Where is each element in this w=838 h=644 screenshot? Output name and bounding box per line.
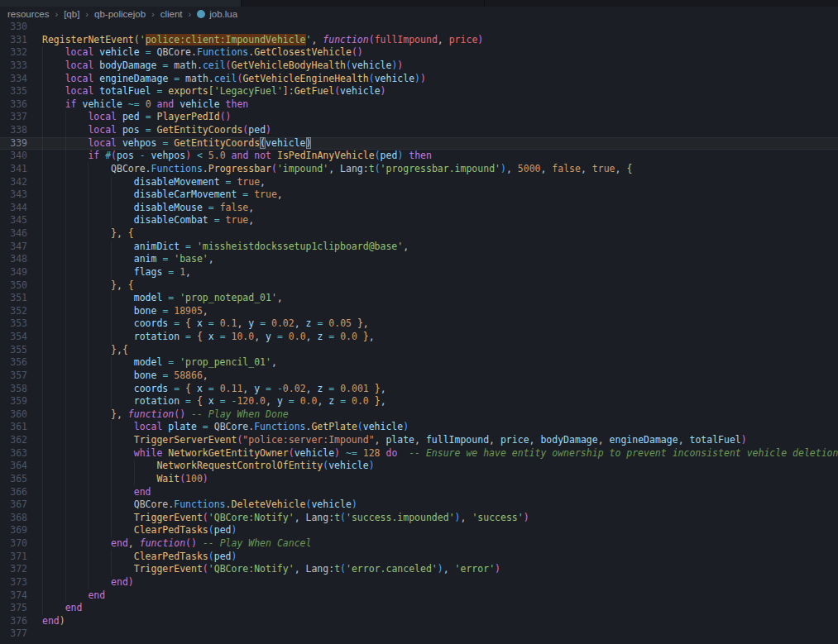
code-text: },{ <box>42 344 128 357</box>
code-line-331[interactable]: 331RegisterNetEvent('police:client:Impou… <box>0 34 838 47</box>
code-token: x <box>197 317 203 329</box>
code-token: Lang <box>306 563 329 575</box>
indent-guide <box>65 473 89 486</box>
code-text: rotation = { x = 10.0, y = 0.0, z = 0.0 … <box>42 331 375 344</box>
code-line-335[interactable]: 335local totalFuel = exports['LegacyFuel… <box>0 85 838 98</box>
code-line-338[interactable]: 338local pos = GetEntityCoords(ped) <box>0 124 838 137</box>
code-line-368[interactable]: 368TriggerEvent('QBCore:Notify', Lang:t(… <box>0 512 838 525</box>
code-token: ) <box>231 524 237 536</box>
code-line-337[interactable]: 337local ped = PlayerPedId() <box>0 111 838 124</box>
code-token: , <box>581 163 592 174</box>
code-line-345[interactable]: 345disableCombat = true, <box>0 214 838 227</box>
code-line-363[interactable]: 363while NetworkGetEntityOwner(vehicle) … <box>0 447 838 460</box>
code-line-339[interactable]: 339local vehpos = GetEntityCoords(vehicl… <box>0 137 838 150</box>
code-line-353[interactable]: 353coords = { x = 0.1, y = 0.02, z = 0.0… <box>0 317 838 331</box>
indent-guide <box>42 408 65 422</box>
breadcrumb-item-resources[interactable]: resources <box>7 9 50 19</box>
vscode-editor-window: resources › [qb] › qb-policejob › client… <box>0 0 838 644</box>
code-line-366[interactable]: 366end <box>0 486 838 499</box>
code-line-362[interactable]: 362TriggerServerEvent("police:server:Imp… <box>0 434 838 447</box>
code-line-377[interactable]: 377 <box>0 627 838 641</box>
line-number: 373 <box>0 576 42 589</box>
code-line-359[interactable]: 359rotation = { x = -120.0, y = 0.0, z =… <box>0 395 838 408</box>
indent-guide <box>111 499 134 512</box>
code-line-369[interactable]: 369ClearPedTasks(ped) <box>0 524 838 537</box>
code-line-352[interactable]: 352bone = 18905, <box>0 305 838 318</box>
code-token: 0 <box>146 98 157 110</box>
code-line-350[interactable]: 350}, { <box>0 279 838 293</box>
indent-guide <box>88 551 111 564</box>
code-line-355[interactable]: 355},{ <box>0 344 838 357</box>
code-token: model <box>134 356 163 368</box>
code-line-357[interactable]: 357bone = 58866, <box>0 370 838 383</box>
code-line-376[interactable]: 376end) <box>0 615 838 628</box>
code-line-358[interactable]: 358coords = { x = 0.11, y = -0.02, z = 0… <box>0 383 838 396</box>
breadcrumb-item-qb[interactable]: [qb] <box>64 9 79 19</box>
code-line-374[interactable]: 374end <box>0 589 838 603</box>
code-token: ) <box>266 124 271 136</box>
code-line-342[interactable]: 342disableMovement = true, <box>0 176 838 189</box>
code-line-370[interactable]: 370end, function() -- Play When Cancel <box>0 537 838 551</box>
breadcrumb-item-client[interactable]: client <box>160 9 183 19</box>
code-line-356[interactable]: 356model = 'prop_pencil_01', <box>0 356 838 370</box>
code-line-351[interactable]: 351model = 'prop_notepad_01', <box>0 292 838 305</box>
code-line-341[interactable]: 341QBCore.Functions.Progressbar('impound… <box>0 163 838 176</box>
code-line-373[interactable]: 373end) <box>0 576 838 589</box>
breadcrumb-item-job-lua[interactable]: job.lua <box>209 9 237 19</box>
code-line-348[interactable]: 348anim = 'base', <box>0 253 838 266</box>
indent-guide <box>111 486 134 499</box>
code-line-340[interactable]: 340if #(pos - vehpos) < 5.0 and not IsPe… <box>0 150 838 163</box>
code-line-360[interactable]: 360}, function() -- Play When Done <box>0 408 838 422</box>
code-text: }, function() -- Play When Done <box>42 408 289 422</box>
code-token: ClearPedTasks <box>134 551 208 562</box>
indent-guide <box>134 473 157 486</box>
code-line-343[interactable]: 343disableCarMovement = true, <box>0 188 838 202</box>
code-line-347[interactable]: 347animDict = 'missheistdockssetup1clipb… <box>0 241 838 254</box>
code-token: vehicle <box>266 137 305 149</box>
code-token: GetFuel <box>294 85 334 97</box>
indent-guide <box>111 317 134 331</box>
code-token: , <box>117 227 128 239</box>
code-line-333[interactable]: 333local bodyDamage = math.ceil(GetVehic… <box>0 60 838 73</box>
code-text: end <box>42 602 82 615</box>
code-token: = <box>220 176 237 188</box>
indent-guide <box>65 188 89 202</box>
active-tab-edge[interactable] <box>0 0 241 7</box>
code-text: ClearPedTasks(ped) <box>42 551 237 564</box>
code-line-336[interactable]: 336if vehicle ~= 0 and vehicle then <box>0 98 838 112</box>
code-line-365[interactable]: 365Wait(100) <box>0 473 838 486</box>
code-editor[interactable]: 330331RegisterNetEvent('police:client:Im… <box>0 21 838 644</box>
editor-scrollbar[interactable] <box>828 21 838 644</box>
code-line-334[interactable]: 334local engineDamage = math.ceil(GetVeh… <box>0 73 838 86</box>
code-line-372[interactable]: 372TriggerEvent('QBCore:Notify', Lang:t(… <box>0 563 838 576</box>
code-token: then <box>403 150 432 161</box>
code-line-332[interactable]: 332local vehicle = QBCore.Functions.GetC… <box>0 46 838 60</box>
code-line-375[interactable]: 375end <box>0 602 838 615</box>
code-line-364[interactable]: 364NetworkRequestControlOfEntity(vehicle… <box>0 460 838 473</box>
code-text: QBCore.Functions.DeleteVehicle(vehicle) <box>42 499 357 512</box>
breadcrumb-item-qb-policejob[interactable]: qb-policejob <box>94 9 146 19</box>
code-line-367[interactable]: 367QBCore.Functions.DeleteVehicle(vehicl… <box>0 499 838 512</box>
indent-guide <box>111 253 134 266</box>
code-token: = <box>197 421 214 432</box>
code-token: vehicle <box>352 60 391 71</box>
code-line-330[interactable]: 330 <box>0 21 838 34</box>
line-number: 358 <box>0 383 42 396</box>
code-token: TriggerServerEvent <box>134 434 237 446</box>
code-line-354[interactable]: 354rotation = { x = 10.0, y = 0.0, z = 0… <box>0 331 838 344</box>
code-token: rotation <box>134 395 180 407</box>
indent-guide <box>88 214 111 227</box>
code-line-346[interactable]: 346}, { <box>0 227 838 241</box>
indent-guide <box>65 589 89 603</box>
code-line-361[interactable]: 361local plate = QBCore.Functions.GetPla… <box>0 421 838 434</box>
code-token: , <box>271 356 277 368</box>
indent-guide <box>65 331 89 344</box>
code-line-349[interactable]: 349flags = 1, <box>0 266 838 279</box>
code-token: ) <box>306 137 312 149</box>
line-number: 364 <box>0 460 42 473</box>
indent-guide <box>88 266 111 279</box>
code-line-344[interactable]: 344disableMouse = false, <box>0 202 838 215</box>
code-line-371[interactable]: 371ClearPedTasks(ped) <box>0 551 838 564</box>
line-number: 367 <box>0 499 42 512</box>
code-token: 5.0 <box>208 150 232 161</box>
